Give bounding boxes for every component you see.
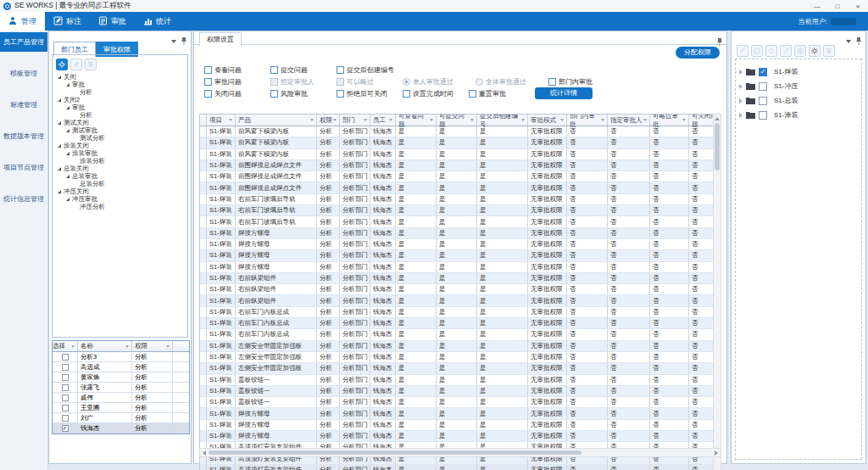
sidebar-item-模板管理[interactable]: 模板管理 bbox=[0, 64, 47, 83]
table-row[interactable]: S1-焊装右前纵梁组件分析分析部门钱海杰是是是无审批权限否否否否否 bbox=[200, 295, 714, 306]
scroll-left-icon[interactable] bbox=[203, 450, 206, 456]
tree-expander-icon[interactable] bbox=[58, 98, 61, 102]
tree-expander-icon[interactable] bbox=[66, 83, 70, 87]
maximize-button[interactable]: □ bbox=[827, 1, 848, 12]
filter-提交问题[interactable]: 提交问题 bbox=[270, 65, 337, 75]
member-select-cell[interactable] bbox=[53, 362, 78, 372]
filter-提交后创建编号[interactable]: 提交后创建编号 bbox=[337, 65, 403, 75]
member-select-cell[interactable] bbox=[53, 372, 78, 382]
table-row[interactable]: S1-焊装右前车门内板总成分析分析部门钱海杰是是是无审批权限否否否否否 bbox=[200, 318, 714, 329]
tree-expander-icon[interactable] bbox=[58, 144, 61, 148]
filter-arrow-icon[interactable] bbox=[364, 119, 367, 121]
filter-部门内审批[interactable]: 部门内审批 bbox=[548, 77, 615, 87]
column-header-可关闭问题[interactable]: 可关闭问题 bbox=[689, 115, 714, 126]
table-row[interactable]: S1-焊装焊接方螺母分析分析部门钱海杰是是是无审批权限否否否否否 bbox=[200, 420, 714, 431]
filter-arrow-icon[interactable] bbox=[166, 345, 170, 348]
member-checkbox[interactable] bbox=[62, 354, 69, 361]
column-header-部门[interactable]: 部门 bbox=[340, 115, 370, 126]
close-button[interactable]: × bbox=[848, 1, 868, 12]
filter-arrow-icon[interactable] bbox=[310, 119, 314, 121]
tree-expander-icon[interactable] bbox=[58, 121, 61, 125]
tree-node[interactable]: 总装审批 bbox=[54, 172, 186, 180]
sidebar-item-项目节点管理[interactable]: 项目节点管理 bbox=[0, 158, 47, 177]
tree-node[interactable]: 冲压分析 bbox=[54, 203, 186, 210]
table-row[interactable]: S1-焊装焊接方螺母分析分析部门钱海杰是是是无审批权限否否否否否 bbox=[200, 239, 714, 250]
column-header-审批模式[interactable]: 审批模式 bbox=[528, 115, 567, 126]
member-checkbox[interactable] bbox=[62, 405, 69, 411]
column-header-权限[interactable]: 权限 bbox=[317, 115, 340, 126]
gear-icon[interactable] bbox=[809, 45, 821, 57]
column-header-可提交问题[interactable]: 可提交问题 bbox=[437, 115, 477, 126]
settings-icon[interactable] bbox=[56, 59, 68, 70]
member-row[interactable]: 高远成分析 bbox=[53, 362, 189, 372]
tree-node[interactable]: 审批 bbox=[54, 81, 186, 88]
project-checkbox[interactable] bbox=[759, 111, 767, 120]
filter-重置审批[interactable]: 重置审批 bbox=[469, 89, 535, 98]
ribbon-tab-审批[interactable]: 审批 bbox=[90, 12, 135, 31]
hscroll-thumb[interactable] bbox=[209, 450, 581, 455]
member-row[interactable]: 张露飞分析 bbox=[53, 383, 189, 393]
ribbon-tab-管理[interactable]: 管理 bbox=[0, 12, 45, 31]
table-row[interactable]: S1-焊装盖板铰链一分析分析部门钱海杰是是是无审批权限否否否否否 bbox=[200, 375, 714, 386]
tree-node[interactable]: 涂装审批 bbox=[54, 149, 186, 157]
column-header-项目[interactable]: 项目 bbox=[207, 115, 236, 126]
stats-detail-button[interactable]: 统计详情 bbox=[535, 87, 593, 99]
tree-expander-icon[interactable] bbox=[58, 76, 61, 79]
filter-arrow-icon[interactable] bbox=[521, 119, 525, 121]
filter-arrow-icon[interactable] bbox=[560, 119, 564, 121]
table-row[interactable]: S1-焊装左侧安全带固定加强板分析分析部门钱海杰是是是无审批权限否否否否否 bbox=[200, 352, 714, 363]
members-col-选择[interactable]: 选择 bbox=[53, 341, 78, 351]
filter-arrow-icon[interactable] bbox=[430, 119, 433, 121]
checkbox-icon[interactable] bbox=[548, 78, 556, 86]
sidebar-item-员工产品管理[interactable]: 员工产品管理 bbox=[0, 32, 47, 52]
filter-arrow-icon[interactable] bbox=[71, 345, 75, 348]
table-row[interactable]: S1-焊装右前车门内板总成分析分析部门钱海杰是是是无审批权限否否否否否 bbox=[200, 307, 714, 318]
column-header-员工[interactable]: 员工 bbox=[370, 115, 396, 126]
table-row[interactable]: S1-焊装前风窗下横梁内板分析分析部门钱海杰是是是无审批权限否否否否否 bbox=[200, 137, 714, 148]
sidebar-item-统计信息管理[interactable]: 统计信息管理 bbox=[0, 189, 47, 209]
member-row[interactable]: 王亚圃分析 bbox=[53, 403, 189, 413]
checkbox-icon[interactable] bbox=[204, 66, 212, 74]
member-checkbox[interactable] bbox=[62, 374, 69, 381]
column-header-可查看问题[interactable]: 可查看问题 bbox=[396, 115, 437, 126]
tab-permission-settings[interactable]: 权限设置 bbox=[199, 32, 242, 47]
member-select-cell[interactable] bbox=[53, 383, 78, 392]
scroll-right-icon[interactable] bbox=[715, 450, 718, 456]
tree-expander-icon[interactable] bbox=[66, 152, 70, 155]
filter-arrow-icon[interactable] bbox=[643, 119, 647, 121]
filter-审批问题[interactable]: 审批问题 bbox=[204, 77, 270, 87]
tree-expander-icon[interactable] bbox=[66, 129, 70, 132]
ribbon-tab-统计[interactable]: 统计 bbox=[135, 12, 180, 31]
pin-icon[interactable] bbox=[181, 33, 187, 48]
filter-arrow-icon[interactable] bbox=[125, 345, 129, 348]
member-select-cell[interactable] bbox=[53, 352, 78, 361]
ribbon-tab-标注[interactable]: 标注 bbox=[45, 12, 90, 31]
table-row[interactable]: S1-焊装右前车门玻璃后导轨分析分析部门钱海杰是是是无审批权限否否否否否 bbox=[200, 194, 714, 205]
table-row[interactable]: S1-焊装右前车门内板总成分析分析部门钱海杰是是是无审批权限否否否否否 bbox=[200, 329, 714, 340]
member-checkbox[interactable]: ✓ bbox=[62, 425, 69, 432]
tree-expander-icon[interactable] bbox=[66, 106, 70, 109]
members-col-名称[interactable]: 名称 bbox=[78, 341, 132, 351]
assign-permission-button[interactable]: 分配权限 bbox=[676, 47, 720, 59]
filter-arrow-icon[interactable] bbox=[470, 119, 474, 121]
member-select-cell[interactable] bbox=[53, 403, 78, 412]
tree-expander-icon[interactable] bbox=[58, 190, 61, 193]
checkbox-icon[interactable] bbox=[403, 90, 410, 98]
table-row[interactable]: S1-焊装右前纵梁组件分析分析部门钱海杰是是是无审批权限否否否否否 bbox=[200, 284, 714, 295]
chevron-down-icon[interactable] bbox=[846, 40, 851, 43]
pin-icon[interactable] bbox=[855, 33, 862, 48]
table-row[interactable]: S1-焊装右前纵梁组件分析分析部门钱海杰是是是无审批权限否否否否否 bbox=[200, 273, 714, 284]
column-header-可略过审批[interactable]: 可略过审批 bbox=[650, 115, 689, 126]
tree-expander-icon[interactable] bbox=[739, 84, 743, 89]
table-row[interactable]: S1-焊装焊接方螺母分析分析部门钱海杰是是是无审批权限否否否否否 bbox=[200, 431, 714, 442]
filter-拒绝后可关闭[interactable]: 拒绝后可关闭 bbox=[337, 89, 403, 98]
checkbox-icon[interactable] bbox=[204, 90, 212, 98]
filter-arrow-icon[interactable] bbox=[389, 119, 392, 121]
pin-icon[interactable] bbox=[716, 34, 723, 49]
checkbox-icon[interactable] bbox=[337, 90, 344, 98]
project-checkbox[interactable] bbox=[759, 82, 767, 91]
table-row[interactable]: S1-焊装右前车门玻璃后导轨分析分析部门钱海杰是是是无审批权限否否否否否 bbox=[200, 205, 714, 216]
members-col-权限[interactable]: 权限 bbox=[132, 341, 173, 351]
tree-expander-icon[interactable] bbox=[739, 70, 743, 75]
member-row[interactable]: 黄家焕分析 bbox=[53, 372, 189, 383]
